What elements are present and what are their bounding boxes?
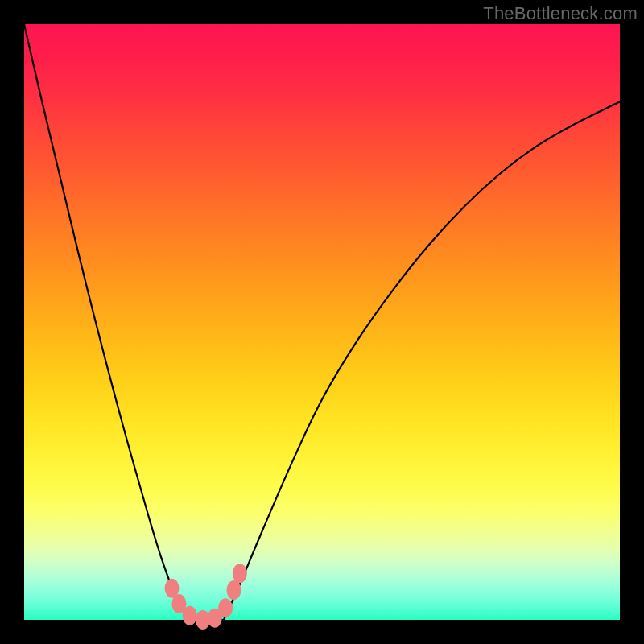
valley-marker [218,598,233,617]
valley-marker [226,580,241,600]
chart-frame: TheBottleneck.com [0,0,644,644]
valley-marker [233,564,247,583]
watermark-text: TheBottleneck.com [483,3,638,24]
valley-marker [183,606,197,625]
plot-area [24,24,620,620]
bottleneck-curve [24,24,620,622]
marker-group [165,564,247,630]
curve-group [24,24,620,622]
curve-svg [24,24,620,620]
